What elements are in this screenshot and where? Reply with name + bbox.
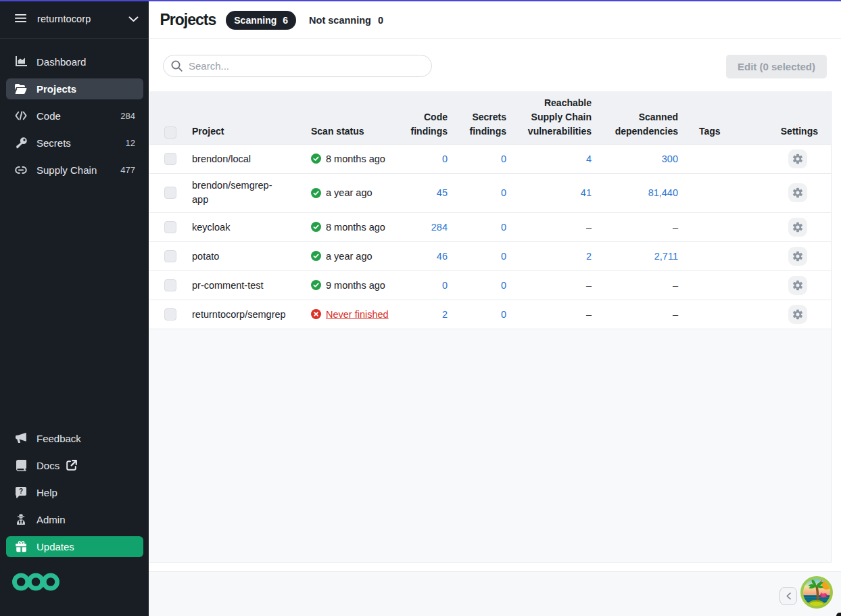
svg-text:?: ? (19, 487, 23, 494)
